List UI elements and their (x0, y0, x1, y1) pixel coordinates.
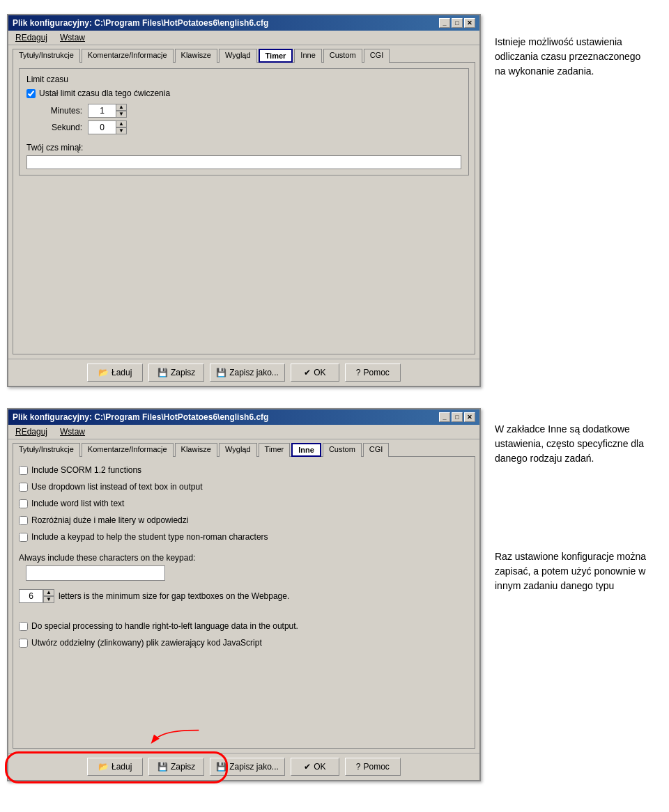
checkbox-scorm-row: Include SCORM 1.2 functions (19, 465, 469, 475)
maximize-button-2[interactable]: □ (452, 412, 463, 422)
tab-inne-2[interactable]: Inne (291, 443, 321, 457)
letters-input[interactable]: 6 (19, 589, 43, 603)
empty-area-1 (19, 181, 469, 320)
side-text-1: Istnieje możliwość ustawienia odliczania… (495, 14, 648, 79)
side-text-3: Raz ustawione konfiguracje można zapisać… (495, 549, 648, 593)
checkbox-wordlist[interactable] (19, 499, 28, 508)
checkbox-keypad[interactable] (19, 533, 28, 542)
help-button-1[interactable]: ? Pomoc (345, 364, 401, 382)
keypad-section: Always include these characters on the k… (19, 553, 469, 581)
seconds-down[interactable]: ▼ (116, 127, 127, 134)
load-button-1[interactable]: 📂 Ładuj (87, 364, 143, 382)
footer-container-2: 📂 Ładuj 💾 Zapisz 💾 Zapisz jako... ✔ OK (8, 753, 479, 780)
checkbox-rtl-label: Do special processing to handle right-to… (31, 621, 298, 631)
letters-suffix: letters is the minimum size for gap text… (59, 591, 289, 601)
checkbox-dropdown-label: Use dropdown list instead of text box in… (31, 482, 202, 492)
titlebar-buttons-2: _ □ ✕ (439, 412, 475, 422)
tab-timer-1[interactable]: Timer (259, 49, 293, 63)
tab-komentarze-1[interactable]: Komentarze/Informacje (82, 49, 174, 63)
maximize-button-1[interactable]: □ (452, 18, 463, 28)
checkbox-wordlist-label: Include word list with text (31, 499, 124, 508)
tab-komentarze-2[interactable]: Komentarze/Informacje (82, 443, 174, 457)
help-icon-1: ? (356, 368, 361, 377)
checkbox-wordlist-row: Include word list with text (19, 499, 469, 508)
inne-checkboxes: Include SCORM 1.2 functions Use dropdown… (19, 462, 469, 547)
seconds-input[interactable]: 0 (88, 120, 116, 134)
letters-up[interactable]: ▲ (43, 589, 54, 596)
tab-custom-2[interactable]: Custom (323, 443, 362, 457)
checkbox-dropdown[interactable] (19, 483, 28, 492)
content-inne: Include SCORM 1.2 functions Use dropdown… (13, 456, 475, 749)
close-button-2[interactable]: ✕ (464, 412, 475, 422)
footer-2: 📂 Ładuj 💾 Zapisz 💾 Zapisz jako... ✔ OK (8, 753, 479, 780)
load-icon-1: 📂 (98, 368, 109, 377)
minutes-down[interactable]: ▼ (116, 111, 127, 118)
checkbox-rtl-row: Do special processing to handle right-to… (19, 621, 469, 631)
tab-wyglad-1[interactable]: Wygląd (219, 49, 257, 63)
save-icon-1: 💾 (157, 368, 168, 377)
load-icon-2: 📂 (98, 762, 109, 772)
seconds-label: Sekund: (40, 123, 82, 132)
checkbox-separatejs-row: Utwórz oddzielny (zlinkowany) plik zawie… (19, 638, 469, 648)
minutes-up[interactable]: ▲ (116, 104, 127, 111)
minutes-label: Minutes: (40, 106, 82, 116)
tab-klawisze-1[interactable]: Klawisze (175, 49, 217, 63)
minutes-row: Minutes: 1 ▲ ▼ (40, 104, 461, 118)
save-as-button-2[interactable]: 💾 Zapisz jako... (210, 758, 285, 776)
minutes-spin-buttons: ▲ ▼ (116, 104, 127, 118)
tab-timer-2[interactable]: Timer (259, 443, 291, 457)
seconds-up[interactable]: ▲ (116, 120, 127, 127)
checkbox-limit[interactable] (26, 89, 36, 98)
minutes-spin: 1 ▲ ▼ (88, 104, 127, 118)
help-icon-2: ? (356, 762, 361, 772)
letters-spin-buttons: ▲ ▼ (43, 589, 54, 603)
menu-redaguj-1[interactable]: REdaguj (13, 32, 50, 43)
menubar-1: REdaguj Wstaw (8, 31, 479, 45)
spacer-3 (19, 650, 469, 706)
checkbox-limit-row: Ustał limit czasu dla tego ćwiczenia (26, 88, 461, 98)
save-as-icon-2: 💾 (216, 762, 226, 772)
checkbox-casesens[interactable] (19, 516, 28, 525)
red-arrow-icon (148, 726, 203, 754)
letters-down[interactable]: ▼ (43, 596, 54, 603)
tab-tytuly-1[interactable]: Tytuły/Instrukcje (13, 49, 80, 63)
checkbox-keypad-row: Include a keypad to help the student typ… (19, 532, 469, 542)
checkbox-casesens-label: Rozróżniaj duże i małe litery w odpowied… (31, 515, 188, 525)
ok-button-2[interactable]: ✔ OK (291, 758, 339, 776)
minutes-input[interactable]: 1 (88, 104, 116, 118)
close-button-1[interactable]: ✕ (464, 18, 475, 28)
tab-cgi-1[interactable]: CGI (364, 49, 390, 63)
titlebar-buttons-1: _ □ ✕ (439, 18, 475, 28)
group-label-limit: Limit czasu (26, 75, 461, 84)
load-button-2[interactable]: 📂 Ładuj (87, 758, 143, 776)
dialog-inne: Plik konfiguracyjny: C:\Program Files\Ho… (7, 408, 481, 781)
save-as-button-1[interactable]: 💾 Zapisz jako... (210, 364, 285, 382)
menu-wstaw-1[interactable]: Wstaw (57, 32, 88, 43)
time-message-label: Twój czs minął: (26, 143, 461, 153)
save-as-icon-1: 💾 (216, 368, 226, 377)
menu-wstaw-2[interactable]: Wstaw (57, 426, 88, 437)
tab-cgi-2[interactable]: CGI (363, 443, 390, 457)
checkbox-dropdown-row: Use dropdown list instead of text box in… (19, 482, 469, 492)
time-message-input[interactable]: Your time is over! (26, 155, 461, 169)
tab-klawisze-2[interactable]: Klawisze (175, 443, 217, 457)
tab-wyglad-2[interactable]: Wygląd (219, 443, 257, 457)
save-button-2[interactable]: 💾 Zapisz (148, 758, 204, 776)
help-button-2[interactable]: ? Pomoc (345, 758, 401, 776)
menu-redaguj-2[interactable]: REdaguj (13, 426, 50, 437)
titlebar-2-text: Plik konfiguracyjny: C:\Program Files\Ho… (13, 412, 268, 422)
titlebar-1-text: Plik konfiguracyjny: C:\Program Files\Ho… (13, 18, 268, 28)
tab-inne-1[interactable]: Inne (294, 49, 321, 63)
tab-tytuly-2[interactable]: Tytuły/Instrukcje (13, 443, 80, 457)
save-button-1[interactable]: 💾 Zapisz (148, 364, 204, 382)
menubar-2: REdaguj Wstaw (8, 425, 479, 439)
minimize-button-1[interactable]: _ (439, 18, 450, 28)
ok-button-1[interactable]: ✔ OK (291, 364, 339, 382)
checkbox-rtl[interactable] (19, 622, 28, 631)
content-timer: Limit czasu Ustał limit czasu dla tego ć… (13, 62, 475, 354)
tab-custom-1[interactable]: Custom (323, 49, 362, 63)
keypad-input[interactable] (26, 565, 165, 581)
minimize-button-2[interactable]: _ (439, 412, 450, 422)
checkbox-separatejs[interactable] (19, 639, 28, 648)
checkbox-scorm[interactable] (19, 466, 28, 475)
